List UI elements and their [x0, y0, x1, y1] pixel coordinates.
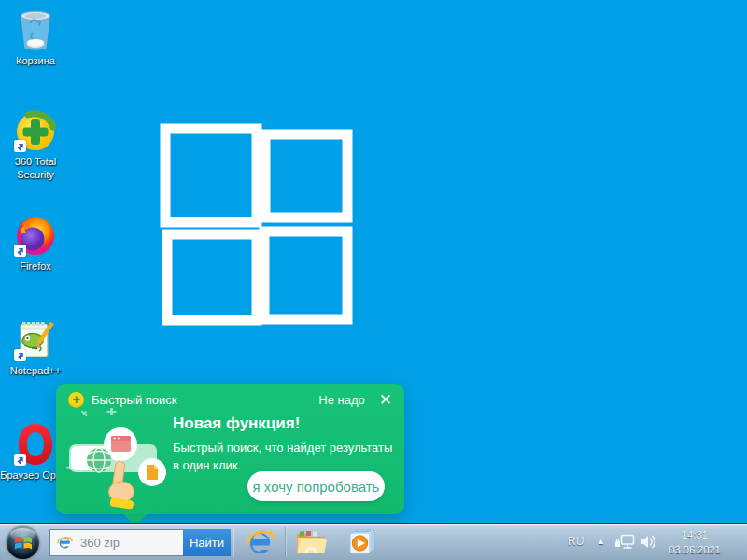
- try-it-button[interactable]: я хочу попробовать: [247, 471, 385, 501]
- quick-search-illustration: [62, 408, 174, 512]
- popup-body: Быстрый поиск, что найдет результаты в о…: [173, 439, 392, 474]
- ie-search-icon: [56, 534, 74, 552]
- taskbar-search-box[interactable]: [49, 529, 183, 556]
- taskbar-internet-explorer[interactable]: [235, 525, 286, 560]
- taskbar: Найти RU ▲: [0, 523, 747, 560]
- popup-body-line1: Быстрый поиск, что найдет результаты: [173, 439, 392, 456]
- taskbar-clock[interactable]: 14:31 03.06.2021: [657, 527, 732, 557]
- language-indicator[interactable]: RU: [568, 535, 584, 548]
- popup-title: Быстрый поиск: [92, 393, 177, 407]
- desktop-icon-360-total-security[interactable]: 360 Total Security: [0, 108, 71, 181]
- volume-icon[interactable]: [640, 534, 657, 550]
- close-icon[interactable]: ✕: [379, 393, 392, 408]
- icon-label: Notepad++: [0, 364, 71, 377]
- recycle-bin-icon: [13, 7, 58, 52]
- clock-time: 14:31: [657, 527, 732, 542]
- internet-explorer-icon: [246, 527, 275, 557]
- media-player-icon: [346, 527, 376, 557]
- icon-label: Firefox: [0, 259, 71, 273]
- show-hidden-icons-chevron[interactable]: ▲: [597, 537, 605, 546]
- search-submit-button[interactable]: Найти: [183, 529, 231, 556]
- shortcut-arrow-icon: [14, 245, 26, 257]
- opera-icon: [13, 422, 58, 467]
- taskbar-windows-media-player[interactable]: [336, 525, 387, 560]
- desktop-icon-firefox[interactable]: Firefox: [0, 213, 71, 273]
- quick-search-popup: + Быстрый поиск Не надо ✕ Нов: [56, 384, 404, 514]
- desktop-icon-notepad-plus-plus[interactable]: Notepad++: [0, 317, 71, 377]
- folder-icon: [295, 529, 327, 555]
- clock-date: 03.06.2021: [657, 542, 732, 557]
- shortcut-arrow-icon: [14, 349, 26, 361]
- notepad-plus-plus-icon: [13, 317, 58, 362]
- icon-label: Корзина: [0, 54, 71, 67]
- firefox-icon: [13, 213, 58, 258]
- icon-label: 360 Total Security: [0, 155, 71, 181]
- plus-circle-icon: +: [68, 392, 84, 408]
- network-icon[interactable]: [614, 534, 635, 551]
- taskbar-divider: [233, 527, 233, 557]
- windows-logo: [157, 121, 353, 329]
- start-button[interactable]: [7, 526, 39, 559]
- dismiss-button[interactable]: Не надо: [318, 393, 364, 407]
- shortcut-arrow-icon: [14, 140, 26, 152]
- 360-total-security-icon: [13, 108, 58, 153]
- desktop-icon-recycle-bin[interactable]: Корзина: [0, 7, 71, 67]
- taskbar-windows-explorer[interactable]: [286, 525, 336, 560]
- popup-heading: Новая функция!: [173, 414, 300, 433]
- search-input[interactable]: [78, 535, 176, 551]
- windows-flag-icon: [13, 534, 33, 552]
- shortcut-arrow-icon: [14, 454, 26, 466]
